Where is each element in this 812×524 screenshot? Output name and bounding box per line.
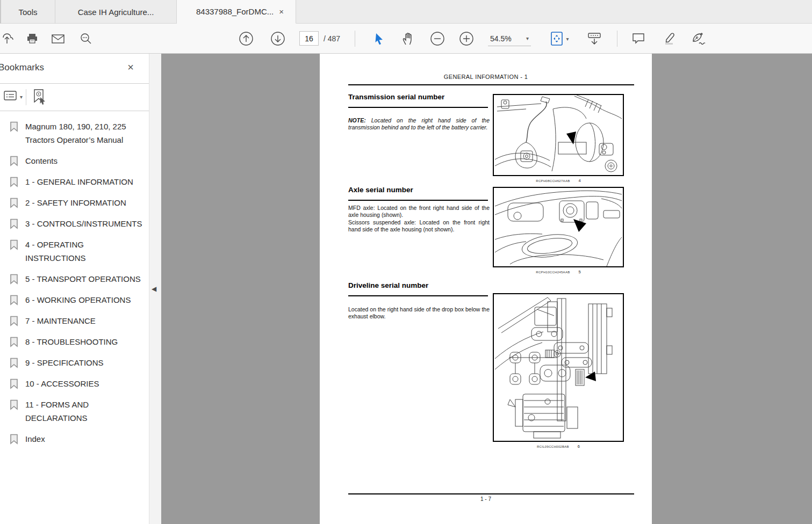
main-toolbar: / 487 54.5% ▾ ▾ xyxy=(0,24,812,54)
section-heading-driveline: Driveline serial number xyxy=(348,281,428,289)
page-number-input[interactable] xyxy=(299,31,319,46)
sidebar-item-safety-information[interactable]: 2 - SAFETY INFORMATION xyxy=(6,196,145,209)
sidebar-item-transport-operations[interactable]: 5 - TRANSPORT OPERATIONS xyxy=(6,272,145,286)
arrow-down-circle-icon xyxy=(270,31,285,46)
zoom-level-value: 54.5% xyxy=(490,34,512,43)
minus-circle-icon xyxy=(430,31,445,46)
fill-sign-button[interactable] xyxy=(690,30,707,47)
header-rule xyxy=(348,84,634,85)
section-heading-transmission: Transmission serial number xyxy=(348,93,444,101)
sidebar-item-operating-instructions[interactable]: 4 - OPERATING INSTRUCTIONS xyxy=(6,238,145,265)
figure-transmission xyxy=(493,94,624,176)
page-running-header: GENERAL INFORMATION - 1 xyxy=(320,74,652,80)
figure-caption-axle: RCPH10CCH245AAB 5 xyxy=(493,270,624,274)
tab-current-document-label: 84337988_ForDMC... xyxy=(196,7,274,16)
chevron-down-icon: ▾ xyxy=(566,36,569,42)
dock-toolbar-icon xyxy=(587,32,602,46)
toolbar-divider xyxy=(355,31,355,47)
section-heading-axle: Axle serial number xyxy=(348,186,413,194)
transmission-drawing xyxy=(494,95,623,175)
expand-current-bookmark-button[interactable] xyxy=(31,88,47,107)
axle-drawing xyxy=(494,188,623,266)
section-rule xyxy=(348,107,488,108)
bookmarks-panel-title: Bookmarks xyxy=(0,62,44,73)
section-text-driveline: Located on the right hand side of the dr… xyxy=(348,306,490,320)
zoom-level-dropdown[interactable]: 54.5% ▾ xyxy=(488,31,531,46)
panel-tool-divider xyxy=(26,89,26,105)
previous-page-button[interactable] xyxy=(238,30,255,47)
figure-driveline xyxy=(493,293,624,442)
panel-resize-strip: ◀ xyxy=(149,54,161,524)
fit-page-icon xyxy=(550,31,564,46)
section-text-axle-mfd: MFD axle: Located on the front right han… xyxy=(348,205,490,219)
select-tool-button[interactable] xyxy=(371,30,388,47)
comment-icon xyxy=(631,32,645,45)
chevron-down-icon: ▾ xyxy=(20,94,23,100)
pdf-page: GENERAL INFORMATION - 1 Transmission ser… xyxy=(320,54,652,524)
page-number-footer: 1 - 7 xyxy=(320,496,652,502)
tab-tools[interactable]: Tools xyxy=(1,0,55,24)
sidebar-item-troubleshooting[interactable]: 8 - TROUBLESHOOTING xyxy=(6,335,145,348)
cursor-icon xyxy=(373,32,385,45)
section-rule xyxy=(348,200,488,201)
toolbar-dock-button[interactable] xyxy=(586,30,603,47)
bookmarks-list: Magnum 180, 190, 210, 225 Tractors Opera… xyxy=(0,111,149,446)
search-button[interactable] xyxy=(77,30,95,47)
print-button[interactable] xyxy=(24,30,41,47)
zoom-in-button[interactable] xyxy=(458,30,475,47)
highlight-button[interactable] xyxy=(660,30,678,47)
email-icon xyxy=(51,32,65,45)
arrow-up-circle-icon xyxy=(239,31,254,46)
search-icon xyxy=(80,32,92,45)
email-button[interactable] xyxy=(49,30,67,47)
tab-case-ih-agriculture[interactable]: Case IH Agriculture... xyxy=(55,0,177,24)
section-text-axle-scissors: Scissors suspended axle: Located on the … xyxy=(348,219,490,233)
footer-rule xyxy=(348,493,634,494)
sidebar-collapse-button[interactable]: ◀ xyxy=(152,283,160,294)
driveline-drawing xyxy=(494,294,623,441)
tab-close-icon[interactable]: × xyxy=(279,8,284,16)
section-note-transmission: NOTE: Located on the right hand side of … xyxy=(348,117,490,131)
section-rule xyxy=(348,295,488,296)
sidebar-item-accessories[interactable]: 10 - ACCESSORIES xyxy=(6,377,145,390)
bookmarks-options-button[interactable]: ▾ xyxy=(3,90,23,104)
sidebar-item-controls-instruments[interactable]: 3 - CONTROLS/INSTRUMENTS xyxy=(6,217,145,230)
sidebar-item-maintenance[interactable]: 7 - MAINTENANCE xyxy=(6,314,145,328)
figure-axle xyxy=(493,187,624,267)
figure-caption-driveline: RCIL09CCH002BAB 6 xyxy=(493,444,624,449)
tab-tools-label: Tools xyxy=(18,8,37,17)
tab-bar: Tools Case IH Agriculture... 84337988_Fo… xyxy=(0,0,812,24)
share-icon xyxy=(1,32,14,45)
sidebar-item-specifications[interactable]: 9 - SPECIFICATIONS xyxy=(6,356,145,369)
fit-page-dropdown[interactable]: ▾ xyxy=(547,30,572,47)
sidebar-item-general-information[interactable]: 1 - GENERAL INFORMATION xyxy=(6,175,145,188)
document-canvas: GENERAL INFORMATION - 1 Transmission ser… xyxy=(161,54,812,524)
next-page-button[interactable] xyxy=(269,30,286,47)
bookmark-target-icon xyxy=(31,98,47,107)
sidebar-item-contents[interactable]: Contents xyxy=(6,154,145,168)
bookmarks-close-icon[interactable]: × xyxy=(127,61,134,74)
plus-circle-icon xyxy=(459,31,474,46)
hand-icon xyxy=(402,32,415,46)
comment-button[interactable] xyxy=(630,30,647,47)
figure-caption-transmission: RCPH08CCH627AAB 4 xyxy=(493,178,624,183)
highlighter-icon xyxy=(662,32,676,46)
sidebar-item-manual-title[interactable]: Magnum 180, 190, 210, 225 Tractors Opera… xyxy=(6,120,145,147)
hand-tool-button[interactable] xyxy=(400,30,417,47)
sidebar-item-working-operations[interactable]: 6 - WORKING OPERATIONS xyxy=(6,293,145,307)
page-total-label: / 487 xyxy=(324,34,340,43)
toolbar-divider xyxy=(617,31,617,47)
bookmarks-panel: Bookmarks × ▾ Magnum 180, 190, 210, 225 … xyxy=(0,54,149,524)
sidebar-item-forms-and-declarations[interactable]: 11 - FORMS AND DECLARATIONS xyxy=(6,398,145,425)
zoom-out-button[interactable] xyxy=(429,30,446,47)
sidebar-item-index[interactable]: Index xyxy=(6,432,145,446)
chevron-down-icon: ▾ xyxy=(526,35,529,41)
share-button[interactable] xyxy=(0,30,16,47)
tab-current-document[interactable]: 84337988_ForDMC... × xyxy=(177,0,296,24)
print-icon xyxy=(26,32,39,45)
options-list-icon xyxy=(3,90,17,104)
tab-case-ih-label: Case IH Agriculture... xyxy=(78,8,154,17)
fill-sign-pen-icon xyxy=(691,32,707,46)
